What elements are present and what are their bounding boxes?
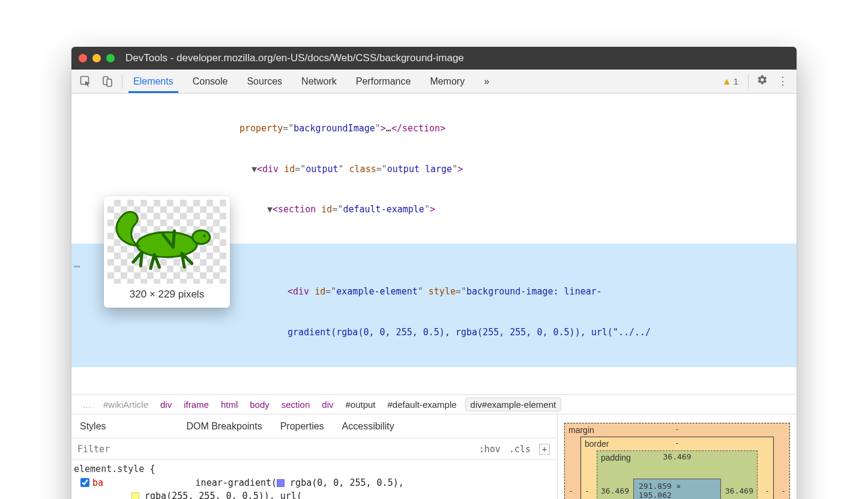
subtab-properties[interactable]: Properties — [280, 421, 324, 432]
tab-sources[interactable]: Sources — [246, 71, 283, 92]
tab-console[interactable]: Console — [191, 71, 229, 92]
titlebar: DevTools - developer.mozilla.org/en-US/d… — [71, 47, 797, 70]
tab-elements[interactable]: Elements — [132, 71, 175, 92]
add-rule-button[interactable]: + — [539, 444, 550, 455]
subtab-styles[interactable]: Styles — [80, 421, 106, 432]
toolbar-divider — [122, 74, 122, 89]
hov-toggle[interactable]: :hov — [479, 444, 501, 455]
breadcrumb[interactable]: … #wikiArticle div iframe html body sect… — [71, 394, 797, 414]
inspect-element-icon[interactable] — [75, 73, 97, 90]
cls-toggle[interactable]: .cls — [509, 444, 531, 455]
crumb-item[interactable]: #default-example — [382, 399, 463, 410]
crumb-item[interactable]: #output — [339, 399, 381, 410]
color-swatch-icon[interactable] — [277, 479, 285, 487]
subtab-accessibility[interactable]: Accessibility — [342, 421, 394, 432]
crumb-item[interactable]: section — [276, 399, 316, 410]
panel-tabs: Elements Console Sources Network Perform… — [132, 71, 490, 92]
color-swatch-icon[interactable] — [131, 492, 139, 499]
styles-filter-input[interactable] — [71, 443, 472, 455]
crumb-item[interactable]: div — [154, 399, 178, 410]
dom-node[interactable]: ▼<div id="output" class="output large"> — [71, 163, 797, 176]
subtab-dom-breakpoints[interactable]: DOM Breakpoints — [186, 421, 262, 432]
box-model-border[interactable]: border - - - - padding 36.469 36.469 36.… — [580, 437, 774, 499]
svg-point-5 — [203, 235, 206, 238]
styles-pane: Styles Computed DOM Breakpoints Properti… — [71, 414, 797, 499]
image-preview — [107, 200, 226, 284]
minimize-window-button[interactable] — [92, 54, 101, 62]
window-title: DevTools - developer.mozilla.org/en-US/d… — [125, 52, 464, 64]
tab-network[interactable]: Network — [300, 71, 338, 92]
device-toolbar-icon[interactable] — [97, 73, 118, 90]
styles-column: Styles Computed DOM Breakpoints Properti… — [71, 414, 558, 499]
image-preview-tooltip: 320 × 229 pixels — [104, 196, 230, 308]
warnings-indicator[interactable]: ▲ 1 — [722, 76, 738, 87]
svg-rect-2 — [107, 79, 112, 86]
style-rule-element[interactable]: element.style { background-image: linear… — [71, 460, 557, 499]
crumb-item[interactable]: html — [215, 399, 244, 410]
crumb-item[interactable]: iframe — [178, 399, 215, 410]
more-options-icon[interactable]: ⋮ — [773, 75, 793, 88]
warning-icon: ▲ — [722, 76, 732, 87]
settings-icon[interactable] — [752, 74, 773, 88]
styles-subtabs: Styles Computed DOM Breakpoints Properti… — [71, 414, 557, 438]
svg-point-4 — [193, 230, 210, 244]
devtools-window: DevTools - developer.mozilla.org/en-US/d… — [71, 47, 797, 499]
window-controls — [79, 54, 115, 62]
property-toggle-checkbox[interactable] — [80, 478, 89, 487]
box-model-margin[interactable]: margin - - - - border - - - - padding 36… — [564, 423, 790, 499]
styles-filter-row: :hov .cls + — [71, 438, 557, 460]
box-model-content[interactable]: 291.859 × 195.062 — [633, 479, 721, 499]
warning-count: 1 — [734, 76, 738, 86]
box-model-panel: margin - - - - border - - - - padding 36… — [558, 414, 797, 499]
close-window-button[interactable] — [79, 54, 87, 62]
more-tabs-button[interactable]: » — [483, 71, 490, 92]
crumb-item[interactable]: div — [316, 399, 339, 410]
expand-ellipsis-icon[interactable]: ⋯ — [74, 258, 80, 274]
crumb-item[interactable]: body — [244, 399, 276, 410]
zoom-window-button[interactable] — [106, 54, 115, 62]
toolbar-divider — [748, 74, 749, 89]
crumb-item[interactable]: #wikiArticle — [97, 399, 154, 410]
box-model-padding[interactable]: padding 36.469 36.469 36.469 36.469 291.… — [597, 450, 758, 499]
dom-node[interactable]: property="backgroundImage">…</section> — [71, 122, 797, 136]
main-toolbar: Elements Console Sources Network Perform… — [71, 70, 797, 94]
image-dimensions: 320 × 229 pixels — [107, 284, 226, 304]
svg-point-3 — [137, 232, 197, 257]
tab-performance[interactable]: Performance — [355, 71, 412, 92]
crumb-selected[interactable]: div#example-element — [465, 398, 562, 411]
tab-memory[interactable]: Memory — [429, 71, 466, 92]
crumb-more[interactable]: … — [76, 399, 97, 410]
